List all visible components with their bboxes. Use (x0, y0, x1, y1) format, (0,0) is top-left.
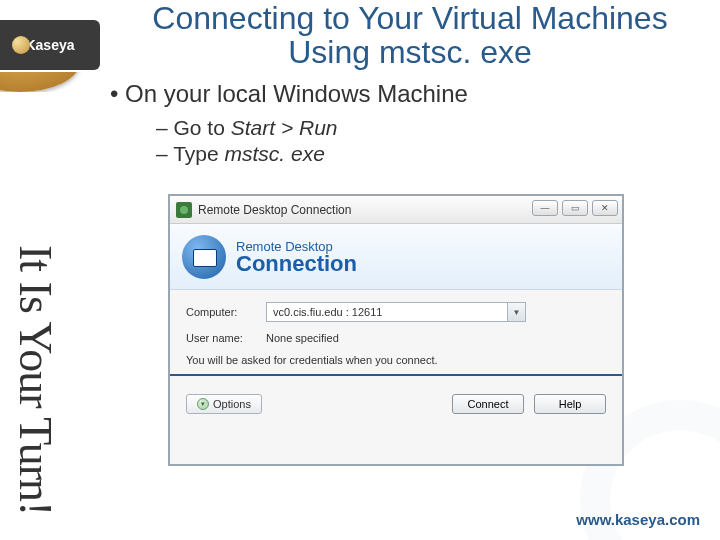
bullet-emphasis: mstsc. exe (225, 142, 325, 165)
rdc-banner-icon (182, 235, 226, 279)
rdc-footer: ▾ Options Connect Help (170, 384, 622, 424)
chevron-down-icon: ▾ (197, 398, 209, 410)
bullet-text: Type (173, 142, 224, 165)
options-button[interactable]: ▾ Options (186, 394, 262, 414)
maximize-button[interactable]: ▭ (562, 200, 588, 216)
decorative-bronze-arc (0, 72, 110, 92)
credentials-hint: You will be asked for credentials when y… (186, 354, 606, 366)
rdc-banner: Remote Desktop Connection (170, 224, 622, 290)
username-label: User name: (186, 332, 266, 344)
rdc-window-title: Remote Desktop Connection (198, 203, 351, 217)
brand-logo-text: Kaseya (25, 37, 74, 53)
brand-logo-dot (12, 36, 30, 54)
rdc-window: Remote Desktop Connection — ▭ ✕ Remote D… (168, 194, 624, 466)
bullet-level-2: Type mstsc. exe (156, 142, 690, 166)
close-button[interactable]: ✕ (592, 200, 618, 216)
sidebar-callout: It Is Your Turn! (12, 95, 72, 515)
footer-url: www.kaseya.com (576, 511, 700, 528)
computer-label: Computer: (186, 306, 266, 318)
bullet-level-2: Go to Start > Run (156, 116, 690, 140)
bullet-text: Go to (174, 116, 231, 139)
rdc-banner-line2: Connection (236, 254, 357, 274)
connect-button[interactable]: Connect (452, 394, 524, 414)
computer-value: vc0.cis.fiu.edu : 12611 (273, 306, 382, 318)
options-label: Options (213, 398, 251, 410)
rdc-body: Computer: vc0.cis.fiu.edu : 12611 ▼ User… (170, 290, 622, 384)
accent-divider (170, 374, 622, 376)
slide-title: Connecting to Your Virtual Machines Usin… (110, 2, 710, 69)
help-button[interactable]: Help (534, 394, 606, 414)
rdc-app-icon (176, 202, 192, 218)
brand-logo: Kaseya (0, 20, 100, 70)
rdc-titlebar: Remote Desktop Connection — ▭ ✕ (170, 196, 622, 224)
username-value: None specified (266, 332, 339, 344)
bullet-emphasis: Start > Run (231, 116, 338, 139)
computer-combo[interactable]: vc0.cis.fiu.edu : 12611 ▼ (266, 302, 526, 322)
bullet-level-1: On your local Windows Machine (110, 80, 690, 108)
slide-content: On your local Windows Machine Go to Star… (110, 80, 690, 168)
minimize-button[interactable]: — (532, 200, 558, 216)
chevron-down-icon[interactable]: ▼ (507, 303, 525, 321)
